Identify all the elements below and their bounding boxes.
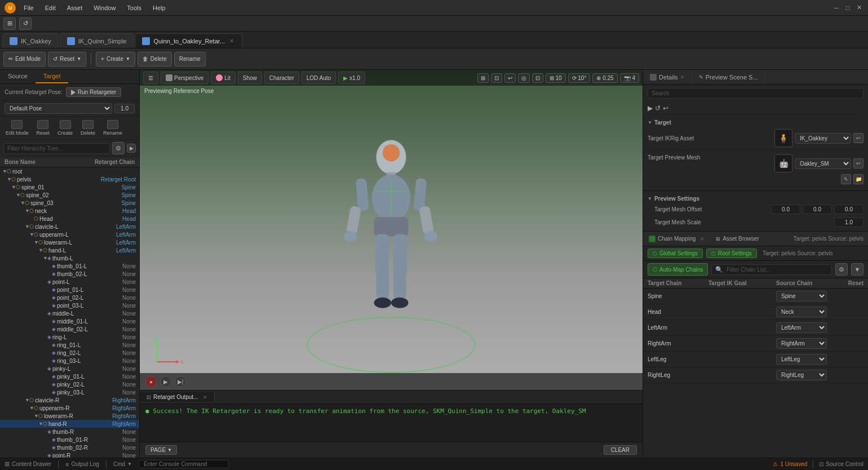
- list-item[interactable]: ▼ ⬡ lowerarm-L LeftArm: [0, 238, 139, 246]
- play-button[interactable]: ▶: [160, 376, 171, 387]
- menu-asset[interactable]: Asset: [64, 5, 86, 11]
- list-item[interactable]: ⬡ Head Head: [0, 215, 139, 223]
- menu-window[interactable]: Window: [90, 5, 119, 11]
- cmd-button[interactable]: Cmd ▼: [113, 461, 132, 467]
- list-item[interactable]: ◈ ring_03-L None: [0, 357, 139, 365]
- source-control-button[interactable]: ⊡ Source Control: [819, 460, 863, 468]
- lod-button[interactable]: LOD Auto: [302, 72, 336, 84]
- grid-num-button[interactable]: ⊞ 10: [546, 73, 566, 83]
- source-tab[interactable]: Source: [0, 70, 36, 83]
- retarget-output-tab[interactable]: ⊡ Retarget Output... ✕: [140, 392, 215, 402]
- list-item[interactable]: ▼ ⬡ clavicle-R RightArm: [0, 396, 139, 404]
- record-button[interactable]: ●: [145, 376, 157, 387]
- details-search-input[interactable]: [648, 88, 863, 99]
- hierarchy-settings-button[interactable]: ⚙: [112, 142, 125, 154]
- grid-icon-btn[interactable]: ⊞: [477, 73, 489, 83]
- list-item[interactable]: ▼ ⬡ clavicle-L LeftArm: [0, 223, 139, 230]
- target-mesh-edit-icon[interactable]: ✎: [841, 174, 851, 184]
- mesh-scale-input[interactable]: [834, 218, 863, 227]
- list-item[interactable]: ◈ thumb_01-R None: [0, 436, 139, 444]
- mesh-offset-x[interactable]: [771, 205, 800, 214]
- camera-icon-btn[interactable]: ⊡: [491, 73, 502, 83]
- mesh-offset-y[interactable]: [803, 205, 832, 214]
- hierarchy-expand-button[interactable]: ▶: [127, 144, 136, 153]
- asset-browser-tab[interactable]: ⊞ Asset Browser: [710, 233, 764, 244]
- list-item[interactable]: ▼ ⬡ root: [0, 167, 139, 175]
- console-command-input[interactable]: [139, 460, 229, 468]
- list-item[interactable]: ◈ point_01-L None: [0, 286, 139, 294]
- preview-scene-tab[interactable]: ✎ Preview Scene S...: [692, 72, 765, 83]
- list-item[interactable]: ◈ thumb-R None: [0, 428, 139, 436]
- output-log-button[interactable]: ≡ Output Log: [65, 461, 99, 468]
- spine-source-select[interactable]: Spine: [776, 291, 827, 301]
- close-button[interactable]: ✕: [854, 3, 863, 12]
- rightleg-source-select[interactable]: RightLeg: [776, 370, 827, 380]
- list-item[interactable]: ▼ ⬡ upperarm-L LeftArm: [0, 230, 139, 238]
- create-button[interactable]: + Create ▼: [96, 52, 135, 66]
- list-item[interactable]: ▼ ⬡ neck Head: [0, 207, 139, 215]
- list-item[interactable]: ▼ ⬡ upperarm-R RightArm: [0, 404, 139, 412]
- clear-button[interactable]: CLEAR: [604, 445, 637, 455]
- menu-tools[interactable]: Tools: [123, 5, 145, 11]
- list-item[interactable]: ◈ ring_02-L None: [0, 349, 139, 357]
- preview-settings-header[interactable]: ▼ Preview Settings: [648, 193, 863, 203]
- zoom-button[interactable]: ⊕ 0.25: [592, 73, 617, 83]
- target-mesh-select[interactable]: Oakley_SM: [795, 158, 851, 169]
- perspective-button[interactable]: Perspective: [161, 72, 209, 84]
- rename-action-button[interactable]: Rename: [101, 119, 125, 137]
- list-item[interactable]: ▼ ⬡ spine_02 Spine: [0, 191, 139, 199]
- create-action-button[interactable]: Create: [55, 119, 75, 137]
- target-mesh-folder-icon[interactable]: 📁: [853, 174, 863, 184]
- mesh-offset-z[interactable]: [834, 205, 863, 214]
- automap-chains-button[interactable]: ⬡ Auto-Map Chains: [648, 263, 708, 276]
- list-item[interactable]: ▼ ⬡ spine_01 Spine: [0, 183, 139, 191]
- rename-button[interactable]: Rename: [174, 52, 206, 66]
- list-item[interactable]: ◈ ring_01-L None: [0, 341, 139, 349]
- chain-mapping-close-icon[interactable]: ✕: [700, 236, 705, 242]
- menu-file[interactable]: File: [20, 5, 37, 11]
- list-item[interactable]: ▼ ⬡ hand-R RightArm: [0, 420, 139, 428]
- target-section-header[interactable]: ▼ Target: [648, 117, 863, 127]
- angle-button[interactable]: ⟳ 10°: [568, 73, 591, 83]
- maximize-button[interactable]: □: [843, 3, 852, 12]
- list-item[interactable]: ◈ thumb_02-R None: [0, 444, 139, 451]
- target-mesh-arrow-icon[interactable]: ↩: [853, 158, 863, 169]
- page-button[interactable]: PAGE ▼: [145, 445, 177, 455]
- menu-help[interactable]: Help: [149, 5, 169, 11]
- delete-button[interactable]: 🗑 Delete: [138, 52, 172, 66]
- tab-ik-oakkey[interactable]: IK_Oakkey: [2, 33, 59, 48]
- list-item[interactable]: ◈ thumb_02-L None: [0, 270, 139, 278]
- run-retargeter-button[interactable]: Run Retargeter: [66, 87, 121, 97]
- show-button[interactable]: Show: [238, 72, 262, 84]
- chain-mapping-tab[interactable]: ⬡ Chain Mapping ✕: [643, 233, 710, 245]
- menu-edit[interactable]: Edit: [42, 5, 59, 11]
- pose-dropdown[interactable]: Default Pose: [5, 103, 112, 114]
- details-close-icon[interactable]: ✕: [680, 74, 685, 80]
- retarget-output-close[interactable]: ✕: [203, 394, 207, 400]
- content-drawer-button[interactable]: ⊞ Content Drawer: [5, 460, 51, 468]
- head-source-select[interactable]: Neck: [776, 307, 827, 317]
- target-ikrig-select[interactable]: IK_Oakkey: [795, 133, 851, 144]
- edit-action-button[interactable]: Edit Mode: [3, 119, 31, 137]
- list-item[interactable]: ◈ point_03-L None: [0, 301, 139, 309]
- chain-settings-button[interactable]: ⚙: [835, 263, 848, 276]
- minimize-button[interactable]: ─: [832, 3, 841, 12]
- toolbar-icon-1[interactable]: ⊞: [3, 17, 16, 30]
- camera-num-button[interactable]: 📷 4: [620, 73, 639, 83]
- list-item[interactable]: ◈ point-R None: [0, 451, 139, 458]
- list-item[interactable]: ◈ pinky-L None: [0, 365, 139, 373]
- list-item[interactable]: ◈ ring-L None: [0, 333, 139, 341]
- tab-ik-quinn[interactable]: IK_Quinn_Simple: [60, 33, 134, 48]
- list-item[interactable]: ▼ ◈ thumb-L: [0, 254, 139, 262]
- landscape-icon-btn[interactable]: ⊡: [532, 73, 543, 83]
- lit-button[interactable]: Lit: [211, 72, 236, 84]
- chain-expand-button[interactable]: ▼: [851, 263, 863, 276]
- rightarm-source-select[interactable]: RightArm: [776, 338, 827, 349]
- chain-search-input[interactable]: [727, 265, 831, 274]
- list-item[interactable]: ◈ pinky_02-L None: [0, 380, 139, 388]
- target-ikrig-arrow-icon[interactable]: ↩: [853, 133, 863, 143]
- list-item[interactable]: ◈ middle_01-L None: [0, 317, 139, 325]
- next-frame-button[interactable]: ▶|: [175, 376, 186, 387]
- speed-button[interactable]: ▶ x1.0: [338, 72, 365, 84]
- list-item[interactable]: ◈ pinky_03-L None: [0, 388, 139, 396]
